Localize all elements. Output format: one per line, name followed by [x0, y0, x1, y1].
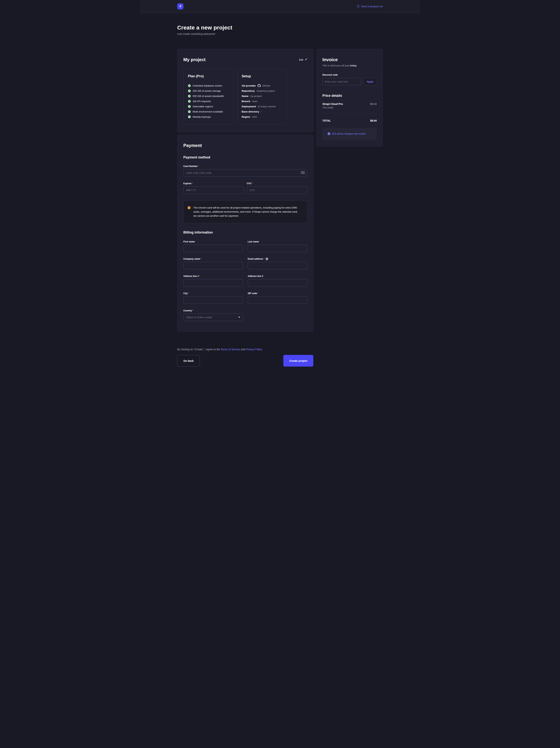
setup-row-value: At every commit — [258, 105, 275, 108]
setup-row-name: Namemy-project — [242, 93, 283, 99]
plan-feature: ✓Weekly backups — [188, 114, 229, 119]
check-circle-icon: ✓ — [188, 90, 191, 92]
invoice-divider — [322, 113, 377, 114]
plan-feature: ✓1M API requests — [188, 99, 229, 104]
email-address-input[interactable] — [248, 262, 308, 269]
select-placeholder: Select or enter a value — [186, 316, 212, 319]
billing-field-label: Company name* — [183, 258, 243, 260]
edit-project-button[interactable]: Edit — [299, 58, 307, 61]
check-circle-icon: ✓ — [188, 110, 191, 113]
my-project-card: My project Edit Plan (Pro) ✓Unlimited da… — [177, 49, 313, 132]
check-circle-icon: ✓ — [188, 105, 191, 108]
my-project-title: My project — [183, 57, 205, 62]
setup-row-region: RegionUSA — [242, 114, 283, 119]
plan-feature-label: 250 GB of assets storage — [193, 90, 221, 92]
card-number-input[interactable] — [183, 169, 307, 177]
company-name-input[interactable] — [183, 262, 243, 269]
check-circle-icon: ✓ — [188, 115, 191, 118]
privacy-policy-link[interactable]: Privacy Policy — [246, 348, 262, 351]
setup-card: Setup Git provider GitHubRepositorystrap… — [237, 69, 287, 125]
setup-row-value: GitHub — [262, 84, 270, 87]
setup-row-value: main — [252, 100, 258, 103]
billing-field-label: Country* — [183, 309, 243, 312]
setup-rows: Git provider GitHubRepositorystrapi/my-p… — [242, 83, 283, 119]
strapi-cloud-logo[interactable] — [177, 3, 183, 9]
billing-field-label: Email address*i — [248, 258, 308, 260]
pencil-icon — [305, 58, 307, 61]
billing-field-email-address: Email address*i — [248, 258, 308, 269]
plan-feature-list: ✓Unlimited database entries✓250 GB of as… — [188, 83, 229, 119]
page-subtitle: Lets create something awesome! — [177, 32, 383, 36]
project-summary-cards: Plan (Pro) ✓Unlimited database entries✓2… — [183, 69, 307, 125]
plan-card-title: Plan (Pro) — [188, 74, 229, 78]
address-line-1-input[interactable] — [183, 279, 243, 286]
required-asterisk: * — [200, 258, 201, 260]
card-number-label: Card Number* — [183, 165, 307, 167]
setup-row-label: Deployment — [242, 105, 256, 108]
price-item-period: This month — [322, 107, 377, 109]
setup-row-deployment: DeploymentAt every commit — [242, 104, 283, 109]
required-asterisk: * — [258, 292, 258, 295]
plan-feature-label: Weekly backups — [193, 115, 211, 118]
first-name-input[interactable] — [183, 244, 243, 252]
last-name-input[interactable] — [248, 244, 308, 252]
apply-discount-button[interactable]: Apply — [363, 78, 377, 85]
required-asterisk: * — [192, 182, 193, 185]
redo-arrow-icon — [357, 5, 360, 8]
plan-feature: ✓500 GB of assets bandwidth — [188, 93, 229, 99]
plan-feature: ✓Unlimited database entries — [188, 83, 229, 88]
billing-field-label: Address line 2 — [248, 275, 308, 277]
setup-row-repository: Repositorystrapi/my-project — [242, 88, 283, 93]
payment-method-title: Payment method — [183, 156, 307, 159]
cvc-input[interactable] — [247, 186, 308, 194]
invoice-title: Invoice — [322, 57, 377, 62]
go-back-button[interactable]: Go back — [177, 355, 200, 367]
setup-row-label: Branch — [242, 100, 250, 103]
setup-row-label: Git provider — [242, 84, 256, 87]
setup-row-base-directory: Base directory/ — [242, 109, 283, 114]
billing-fields-grid: First nameLast nameCompany name*Email ad… — [183, 235, 307, 321]
content-columns: My project Edit Plan (Pro) ✓Unlimited da… — [177, 49, 383, 393]
address-line-2-input[interactable] — [248, 279, 308, 286]
discount-code-input[interactable] — [322, 78, 362, 85]
top-bar-inner: Back to projects list — [177, 0, 383, 13]
expires-input[interactable] — [183, 186, 244, 194]
total-label: TOTAL — [322, 119, 331, 122]
plan-feature: ✓Selectable regions — [188, 104, 229, 109]
github-icon — [258, 84, 261, 87]
invoice-total-row: TOTAL $8.04 — [322, 119, 377, 122]
create-project-button[interactable]: Create project — [283, 355, 313, 367]
terms-of-service-link[interactable]: Terms of Service — [221, 348, 240, 351]
discount-row: Apply — [322, 78, 377, 85]
required-asterisk: * — [188, 292, 189, 295]
price-details-title: Price details — [322, 94, 377, 98]
plan-feature-label: Selectable regions — [193, 105, 213, 108]
billing-field-address-line-1: Address line 1* — [183, 275, 243, 286]
card-usage-notice: ! The chosen card will be used for all p… — [183, 201, 307, 223]
plan-feature-label: Multi-environment available — [193, 110, 223, 113]
price-item-amount: $8.04 — [370, 102, 377, 106]
zip-code-input[interactable] — [248, 296, 308, 304]
city-input[interactable] — [183, 296, 243, 304]
footer: By clicking on "Create", I agree to the … — [177, 348, 383, 393]
billing-field-label: Last name — [248, 240, 308, 243]
setup-row-branch: Branchmain — [242, 99, 283, 104]
billing-field-label: Address line 1* — [183, 275, 243, 277]
price-item-name: Strapi Cloud Pro — [322, 102, 343, 106]
edit-button-label: Edit — [299, 59, 303, 61]
setup-card-title: Setup — [242, 74, 283, 78]
setup-row-value: my-project — [250, 95, 262, 97]
total-amount: $8.04 — [370, 119, 377, 122]
plan-feature: ✓250 GB of assets storage — [188, 88, 229, 93]
invoice-subtitle: This is what you will pay today — [322, 64, 377, 67]
setup-row-label: Base directory — [242, 110, 259, 113]
required-asterisk: * — [199, 275, 200, 277]
back-to-projects-link[interactable]: Back to projects list — [357, 5, 383, 8]
back-link-label: Back to projects list — [361, 5, 383, 8]
top-bar: Back to projects list — [140, 0, 420, 13]
country-select[interactable]: Select or enter a value — [183, 313, 243, 321]
card-number-input-wrap — [183, 169, 307, 177]
billing-field-label: First name — [183, 240, 243, 243]
create-project-page: Back to projects list Create a new proje… — [140, 0, 420, 393]
plan-feature-label: Unlimited database entries — [193, 84, 222, 87]
